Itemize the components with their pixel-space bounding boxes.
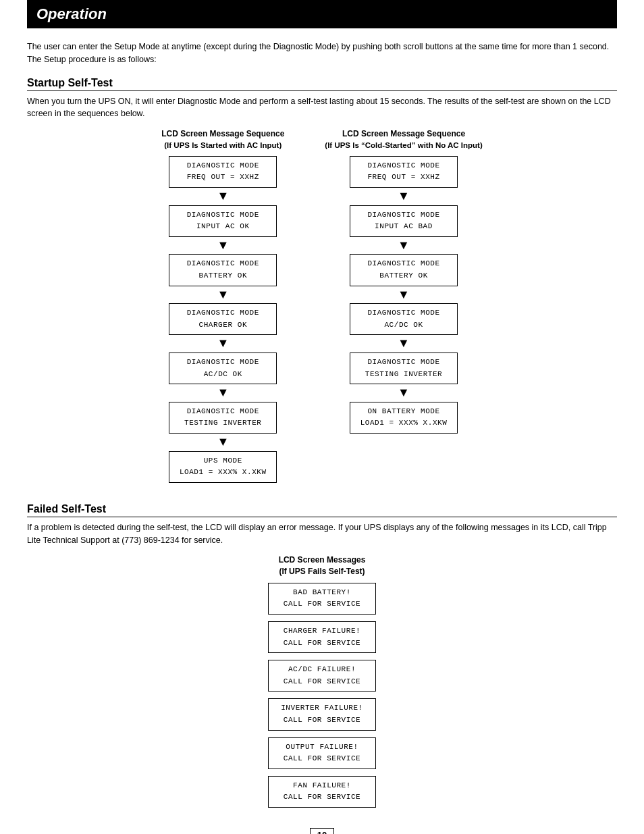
- startup-description: When you turn the UPS ON, it will enter …: [27, 95, 617, 121]
- lcd-screen-col2-5: ON BATTERY MODE LOAD1 = XXX% X.XKW: [350, 402, 458, 434]
- page-container: Operation The user can enter the Setup M…: [0, 0, 644, 834]
- startup-heading: Startup Self-Test: [27, 77, 617, 91]
- arrow-c2-5: ▼: [398, 386, 410, 400]
- failed-self-test-section: Failed Self-Test If a problem is detecte…: [27, 503, 617, 808]
- lcd-line1: DIAGNOSTIC MODE: [175, 357, 271, 369]
- failed-lcd-0: BAD BATTERY! CALL FOR SERVICE: [268, 583, 376, 615]
- lcd-line2: FREQ OUT = XXHz: [175, 172, 271, 184]
- lcd-screen-col1-5: DIAGNOSTIC MODE TESTING INVERTER: [169, 402, 277, 434]
- lcd-line2: LOAD1 = XXX% X.XKW: [175, 467, 271, 479]
- arrow-c2-1: ▼: [398, 189, 410, 204]
- arrow-5: ▼: [217, 386, 229, 400]
- failed-lcd-3: INVERTER FAILURE! CALL FOR SERVICE: [268, 698, 376, 730]
- lcd-line1: AC/DC FAILURE!: [274, 664, 370, 676]
- lcd-line2: AC/DC OK: [175, 369, 271, 381]
- lcd-line1: DIAGNOSTIC MODE: [175, 160, 271, 172]
- arrow-c2-2: ▼: [398, 238, 410, 253]
- lcd-screen-col2-1: DIAGNOSTIC MODE INPUT AC BAD: [350, 205, 458, 237]
- lcd-line1: DIAGNOSTIC MODE: [356, 160, 452, 172]
- sequence-col-2: LCD Screen Message Sequence (If UPS Is “…: [325, 128, 482, 483]
- lcd-line1: DIAGNOSTIC MODE: [175, 406, 271, 418]
- page-title: Operation: [36, 5, 608, 23]
- lcd-line2: CALL FOR SERVICE: [274, 598, 370, 610]
- lcd-line2: CALL FOR SERVICE: [274, 753, 370, 765]
- lcd-line2: AC/DC OK: [356, 319, 452, 332]
- col2-header-line1: LCD Screen Message Sequence: [325, 128, 482, 140]
- lcd-line1: DIAGNOSTIC MODE: [356, 307, 452, 319]
- startup-self-test-section: Startup Self-Test When you turn the UPS …: [27, 77, 617, 483]
- sequences-container: LCD Screen Message Sequence (If UPS Is S…: [27, 128, 617, 483]
- lcd-line2: CALL FOR SERVICE: [274, 714, 370, 727]
- intro-text: The user can enter the Setup Mode at any…: [27, 41, 617, 66]
- failed-description: If a problem is detected during the self…: [27, 521, 617, 547]
- failed-lcd-1: CHARGER FAILURE! CALL FOR SERVICE: [268, 621, 376, 653]
- lcd-line1: INVERTER FAILURE!: [274, 702, 370, 714]
- failed-lcd-2: AC/DC FAILURE! CALL FOR SERVICE: [268, 660, 376, 692]
- col2-header-line2: (If UPS Is “Cold-Started” with No AC Inp…: [325, 140, 482, 151]
- lcd-line1: DIAGNOSTIC MODE: [356, 209, 452, 221]
- lcd-screen-col1-3: DIAGNOSTIC MODE CHARGER OK: [169, 303, 277, 335]
- lcd-screen-col2-3: DIAGNOSTIC MODE AC/DC OK: [350, 303, 458, 335]
- lcd-screen-col1-0: DIAGNOSTIC MODE FREQ OUT = XXHz: [169, 156, 277, 188]
- failed-lcd-4: OUTPUT FAILURE! CALL FOR SERVICE: [268, 737, 376, 769]
- arrow-c2-3: ▼: [398, 288, 410, 303]
- col1-header-line1: LCD Screen Message Sequence: [161, 128, 284, 140]
- lcd-line2: CALL FOR SERVICE: [274, 676, 370, 688]
- col2-header: LCD Screen Message Sequence (If UPS Is “…: [325, 128, 482, 151]
- lcd-screen-col2-0: DIAGNOSTIC MODE FREQ OUT = XXHz: [350, 156, 458, 188]
- arrow-6: ▼: [217, 435, 229, 450]
- lcd-screen-col1-6: UPS MODE LOAD1 = XXX% X.XKW: [169, 451, 277, 483]
- lcd-line1: DIAGNOSTIC MODE: [356, 357, 452, 369]
- sequence-col-1: LCD Screen Message Sequence (If UPS Is S…: [161, 128, 284, 483]
- lcd-line2: TESTING INVERTER: [175, 417, 271, 429]
- failed-heading: Failed Self-Test: [27, 503, 617, 517]
- lcd-line2: BATTERY OK: [356, 270, 452, 282]
- failed-col-header: LCD Screen Messages (If UPS Fails Self-T…: [279, 554, 366, 577]
- lcd-line1: DIAGNOSTIC MODE: [175, 307, 271, 319]
- lcd-screen-col2-2: DIAGNOSTIC MODE BATTERY OK: [350, 254, 458, 286]
- page-number: 10: [310, 828, 334, 834]
- lcd-line2: FREQ OUT = XXHz: [356, 172, 452, 184]
- lcd-line1: ON BATTERY MODE: [356, 406, 452, 418]
- page-number-container: 10: [27, 828, 617, 834]
- failed-messages-container: LCD Screen Messages (If UPS Fails Self-T…: [27, 554, 617, 808]
- lcd-line1: UPS MODE: [175, 455, 271, 467]
- lcd-line1: FAN FAILURE!: [274, 780, 370, 792]
- lcd-line2: CHARGER OK: [175, 319, 271, 332]
- lcd-screen-col1-2: DIAGNOSTIC MODE BATTERY OK: [169, 254, 277, 286]
- lcd-line2: CALL FOR SERVICE: [274, 637, 370, 650]
- failed-header-line1: LCD Screen Messages: [279, 554, 366, 566]
- arrow-4: ▼: [217, 336, 229, 351]
- failed-header-line2: (If UPS Fails Self-Test): [279, 566, 366, 577]
- arrow-1: ▼: [217, 189, 229, 204]
- lcd-line2: BATTERY OK: [175, 270, 271, 282]
- lcd-line1: DIAGNOSTIC MODE: [175, 258, 271, 270]
- failed-lcd-5: FAN FAILURE! CALL FOR SERVICE: [268, 776, 376, 808]
- lcd-line1: OUTPUT FAILURE!: [274, 741, 370, 754]
- lcd-line2: LOAD1 = XXX% X.XKW: [356, 417, 452, 429]
- lcd-screen-col1-1: DIAGNOSTIC MODE INPUT AC OK: [169, 205, 277, 237]
- lcd-screen-col1-4: DIAGNOSTIC MODE AC/DC OK: [169, 353, 277, 384]
- lcd-line2: INPUT AC OK: [175, 221, 271, 233]
- col1-header: LCD Screen Message Sequence (If UPS Is S…: [161, 128, 284, 151]
- arrow-2: ▼: [217, 238, 229, 253]
- lcd-line1: CHARGER FAILURE!: [274, 625, 370, 637]
- arrow-c2-4: ▼: [398, 336, 410, 351]
- lcd-screen-col2-4: DIAGNOSTIC MODE TESTING INVERTER: [350, 353, 458, 384]
- lcd-line2: INPUT AC BAD: [356, 221, 452, 233]
- lcd-line2: CALL FOR SERVICE: [274, 791, 370, 804]
- col1-header-line2: (If UPS Is Started with AC Input): [161, 140, 284, 151]
- arrow-3: ▼: [217, 288, 229, 303]
- lcd-line1: DIAGNOSTIC MODE: [356, 258, 452, 270]
- page-header: Operation: [27, 0, 617, 28]
- failed-lcd-list: BAD BATTERY! CALL FOR SERVICE CHARGER FA…: [268, 583, 376, 808]
- lcd-line1: DIAGNOSTIC MODE: [175, 209, 271, 221]
- lcd-line1: BAD BATTERY!: [274, 587, 370, 599]
- lcd-line2: TESTING INVERTER: [356, 369, 452, 381]
